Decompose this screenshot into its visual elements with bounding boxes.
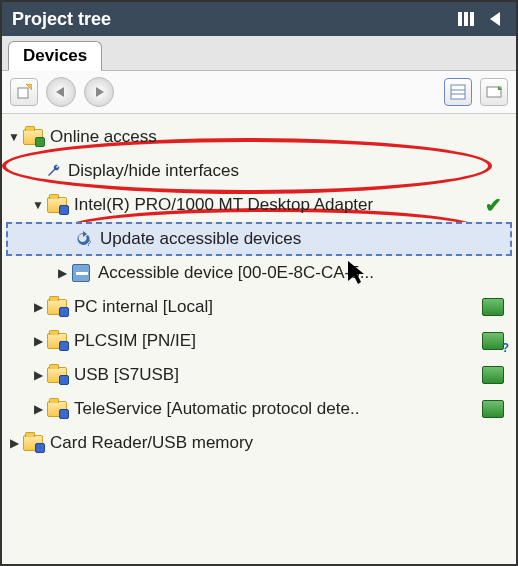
svg-rect-0 — [458, 12, 462, 26]
status-ok-icon: ✔ — [480, 194, 506, 216]
window-title: Project tree — [12, 9, 111, 30]
tree-item-update-accessible[interactable]: ? Update accessible devices — [6, 222, 512, 256]
folder-icon — [46, 195, 68, 215]
status-chip-icon — [480, 364, 506, 386]
svg-rect-4 — [18, 88, 28, 98]
tree-label: PLCSIM [PN/IE] — [74, 331, 196, 351]
wrench-icon — [46, 163, 62, 179]
caret-right-icon[interactable]: ▶ — [30, 300, 46, 314]
project-tree-panel: Project tree Devices — [0, 0, 518, 566]
tree-label: PC internal [Local] — [74, 297, 213, 317]
tree-label: USB [S7USB] — [74, 365, 179, 385]
tree-label: Intel(R) PRO/1000 MT Desktop Adapter — [74, 195, 373, 215]
caret-down-icon[interactable]: ▼ — [6, 130, 22, 144]
device-tree[interactable]: ▼ Online access Display/hide interfaces … — [2, 114, 516, 564]
svg-rect-1 — [464, 12, 468, 26]
tab-devices-label: Devices — [23, 46, 87, 65]
tree-label: TeleService [Automatic protocol dete.. — [74, 399, 359, 419]
folder-icon — [46, 399, 68, 419]
collapse-left-icon[interactable] — [486, 9, 506, 29]
caret-right-icon[interactable]: ▶ — [6, 436, 22, 450]
tree-label: Update accessible devices — [100, 229, 301, 249]
caret-right-icon[interactable]: ▶ — [54, 266, 70, 280]
caret-down-icon[interactable]: ▼ — [30, 198, 46, 212]
tree-label: Online access — [50, 127, 157, 147]
tree-item-intel-adapter[interactable]: ▼ Intel(R) PRO/1000 MT Desktop Adapter ✔ — [6, 188, 512, 222]
caret-right-icon[interactable]: ▶ — [30, 368, 46, 382]
tree-item-teleservice[interactable]: ▶ TeleService [Automatic protocol dete.. — [6, 392, 512, 426]
tree-label: Card Reader/USB memory — [50, 433, 253, 453]
folder-icon — [22, 127, 44, 147]
tree-item-pc-internal[interactable]: ▶ PC internal [Local] — [6, 290, 512, 324]
view-list-button[interactable] — [444, 78, 472, 106]
tree-item-usb[interactable]: ▶ USB [S7USB] — [6, 358, 512, 392]
folder-icon — [22, 433, 44, 453]
titlebar: Project tree — [2, 2, 516, 36]
nav-back-button[interactable] — [46, 77, 76, 107]
refresh-icon: ? — [72, 229, 94, 249]
folder-icon — [46, 331, 68, 351]
device-icon — [70, 263, 92, 283]
tree-item-accessible-device[interactable]: ▶ Accessible device [00-0E-8C-CA-5... — [6, 256, 512, 290]
new-item-button[interactable] — [10, 78, 38, 106]
svg-marker-6 — [56, 87, 64, 97]
columns-icon[interactable] — [456, 9, 476, 29]
svg-rect-2 — [470, 12, 474, 26]
status-chip-icon — [480, 296, 506, 318]
nav-forward-button[interactable] — [84, 77, 114, 107]
tree-item-online-access[interactable]: ▼ Online access — [6, 120, 512, 154]
tree-item-display-hide[interactable]: Display/hide interfaces — [6, 154, 512, 188]
folder-icon — [46, 365, 68, 385]
svg-rect-8 — [451, 85, 465, 99]
svg-marker-3 — [490, 12, 500, 26]
tree-item-plcsim[interactable]: ▶ PLCSIM [PN/IE] — [6, 324, 512, 358]
caret-right-icon[interactable]: ▶ — [30, 402, 46, 416]
view-detail-button[interactable] — [480, 78, 508, 106]
status-chip-icon — [480, 398, 506, 420]
tree-item-card-reader[interactable]: ▶ Card Reader/USB memory — [6, 426, 512, 460]
folder-icon — [46, 297, 68, 317]
toolbar — [2, 71, 516, 114]
tab-row: Devices — [2, 36, 516, 71]
svg-marker-7 — [96, 87, 104, 97]
tree-label: Display/hide interfaces — [68, 161, 239, 181]
svg-text:?: ? — [86, 238, 91, 248]
tab-devices[interactable]: Devices — [8, 41, 102, 71]
status-chip-question-icon — [480, 330, 506, 352]
tree-label: Accessible device [00-0E-8C-CA-5... — [98, 263, 374, 283]
caret-right-icon[interactable]: ▶ — [30, 334, 46, 348]
